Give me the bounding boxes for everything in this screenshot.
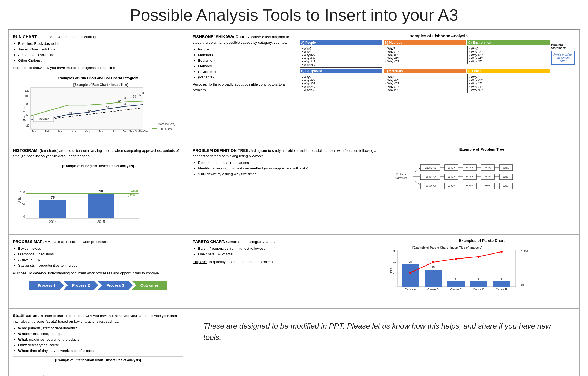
svg-text:[Example of Run Chart - Insert: [Example of Run Chart - Insert Title] bbox=[73, 83, 128, 87]
strat-bullet-0: Who: patients, staff or departments? bbox=[18, 326, 183, 331]
histogram-cell: HISTOGRAM: (bar charts) are useful for s… bbox=[8, 143, 188, 235]
svg-text:2015: 2015 bbox=[97, 220, 105, 224]
svg-text:50: 50 bbox=[22, 203, 25, 206]
svg-text:60: 60 bbox=[106, 105, 109, 108]
svg-text:Why?: Why? bbox=[466, 175, 473, 178]
svg-text:Apr: Apr bbox=[72, 130, 76, 133]
svg-text:Units: Units bbox=[390, 268, 393, 274]
proc-step-2: Process 2 bbox=[64, 281, 98, 290]
run-chart-example: Examples of Run Chart and Bar Chart/Hist… bbox=[13, 74, 183, 139]
svg-text:70: 70 bbox=[133, 95, 136, 98]
pt-bullet-0: Document potential root causes bbox=[198, 160, 379, 166]
run-purpose-label: Purpose: bbox=[13, 66, 27, 70]
svg-text:Problem: Problem bbox=[396, 173, 406, 176]
run-chart-svg: [Insert Unit] [Example of Run Chart - In… bbox=[20, 81, 176, 137]
svg-text:80: 80 bbox=[26, 102, 29, 106]
svg-rect-118 bbox=[470, 281, 487, 287]
fb-bullet-2: Equipment bbox=[198, 58, 295, 64]
svg-text:Target (Y%): Target (Y%) bbox=[158, 127, 173, 130]
pareto-svg: [Example of Pareto Chart - Insert Title … bbox=[388, 244, 528, 303]
page: Possible Analysis Tools to Insert into y… bbox=[0, 0, 588, 376]
pt-bullet-2: "Drill down" by asking why five times bbox=[198, 171, 379, 177]
svg-text:Why?: Why? bbox=[448, 185, 455, 187]
run-chart-cell: RUN CHART: Line chart over time, often i… bbox=[8, 30, 188, 143]
prob-tree-diagram-cell: Example of Problem Tree Problem Statemen… bbox=[384, 143, 580, 235]
svg-text:0%: 0% bbox=[521, 283, 525, 286]
fb-equip-items: • Why?• Why #2?• Why #3?• Why #4?• Why #… bbox=[300, 74, 382, 93]
svg-text:25: 25 bbox=[43, 374, 45, 376]
svg-text:Jun: Jun bbox=[99, 130, 103, 133]
svg-text:Statement: Statement bbox=[395, 176, 407, 179]
svg-text:5: 5 bbox=[501, 277, 502, 280]
fishbone-diagram: Examples of Fishbone Analysis A) People … bbox=[300, 34, 575, 94]
svg-text:Cause #3: Cause #3 bbox=[425, 185, 436, 187]
process-map-visual: Process 1 Process 2 Process 3 Outcomes bbox=[13, 281, 183, 290]
stratification-cell: Stratification: In order to learn more a… bbox=[8, 308, 188, 376]
svg-text:[Insert Unit]: [Insert Unit] bbox=[23, 105, 26, 120]
histogram-svg: Units 0 50 100 75 90 Goal bbox=[15, 168, 149, 227]
fishbone-desc: FISHBONE/ISHIKAWA Chart: A cause-effect … bbox=[193, 34, 295, 94]
pm-bullet-2: Arrows = flow bbox=[18, 257, 183, 263]
proc-outcomes: Outcomes bbox=[132, 281, 167, 290]
fb-bullet-1: Materials bbox=[198, 52, 295, 58]
run-chart-title: RUN CHART: bbox=[13, 34, 38, 39]
run-purpose-text: To show how you have impacted progress a… bbox=[27, 66, 116, 70]
histogram-title: HISTOGRAM: bbox=[13, 148, 39, 153]
svg-text:65: 65 bbox=[118, 100, 121, 103]
fb-other-title: F) Other bbox=[467, 69, 550, 73]
prob-tree-title: PROBLEM DEFINITION TREE: bbox=[193, 148, 250, 153]
prob-tree-diagram-title: Example of Problem Tree bbox=[388, 147, 575, 152]
svg-text:Cause A: Cause A bbox=[405, 288, 416, 291]
svg-text:Aug: Aug bbox=[122, 130, 127, 133]
prob-tree-desc: PROBLEM DEFINITION TREE: A diagram to st… bbox=[193, 147, 379, 177]
proc-step-1: Process 1 bbox=[29, 281, 64, 290]
histogram-chart-title: [Example of Histogram- Insert Title of a… bbox=[15, 164, 181, 168]
svg-text:120: 120 bbox=[25, 89, 29, 92]
svg-rect-120 bbox=[493, 281, 510, 287]
fb-people-items: • Why?• Why?• Why #2?• Why #3?• Why #4?•… bbox=[300, 46, 382, 68]
fishbone-title: FISHBONE/ISHIKAWA Chart: bbox=[193, 34, 247, 39]
strat-chart-title: [Example of Stratification Chart - Inser… bbox=[15, 358, 181, 362]
fb-mat-box: E) Materials • Why?• Why #2?• Why #3?• W… bbox=[384, 69, 466, 93]
svg-rect-7 bbox=[31, 88, 143, 129]
svg-text:Why?: Why? bbox=[484, 185, 491, 187]
run-bullet-3: Actual: Black solid line bbox=[18, 52, 183, 58]
fb-methods-items: • Why?• Why #2?• Why #3?• Why #4?• Why #… bbox=[384, 46, 466, 64]
svg-text:Jan: Jan bbox=[32, 130, 36, 133]
svg-text:Why?: Why? bbox=[448, 166, 455, 169]
svg-text:May: May bbox=[85, 130, 90, 133]
svg-text:Cause #2: Cause #2 bbox=[425, 175, 436, 178]
svg-text:Cause D: Cause D bbox=[473, 288, 485, 291]
svg-text:100%: 100% bbox=[521, 250, 528, 253]
main-grid: RUN CHART: Line chart over time, often i… bbox=[8, 29, 580, 376]
svg-text:80: 80 bbox=[138, 93, 142, 96]
svg-text:Jul: Jul bbox=[113, 130, 116, 133]
fb-other-box: F) Other • Why?• Why #2?• Why #3?• Why #… bbox=[467, 69, 550, 93]
pareto-chart-cell: Examples of Pareto Chart [Example of Par… bbox=[384, 234, 580, 308]
svg-text:Feb: Feb bbox=[45, 130, 50, 133]
svg-text:5: 5 bbox=[478, 277, 479, 280]
svg-text:10: 10 bbox=[393, 272, 396, 276]
svg-text:2014: 2014 bbox=[49, 220, 57, 224]
fb-bullet-0: People bbox=[198, 47, 295, 52]
svg-text:65: 65 bbox=[124, 97, 128, 100]
svg-text:50: 50 bbox=[26, 113, 29, 116]
pm-bullet-3: Starbursts = opportunities to improve bbox=[18, 263, 183, 268]
svg-text:Cause E: Cause E bbox=[496, 288, 507, 291]
fb-bullet-5: (Patients?) bbox=[198, 75, 295, 80]
svg-text:30: 30 bbox=[393, 250, 396, 253]
svg-text:Oct: Oct bbox=[135, 130, 139, 133]
histogram-desc: HISTOGRAM: (bar charts) are useful for s… bbox=[13, 147, 183, 159]
fb-methods-box: B) Methods • Why?• Why #2?• Why #3?• Why… bbox=[384, 40, 466, 68]
svg-text:Why?: Why? bbox=[466, 185, 473, 187]
strat-bullet-2: What: machines, equipment, products bbox=[18, 337, 183, 342]
bottom-note-cell: These are designed to be modified in PPT… bbox=[188, 308, 580, 376]
svg-rect-44 bbox=[39, 200, 66, 218]
pm-bullet-1: Diamonds = decisions bbox=[18, 252, 183, 257]
svg-point-124 bbox=[455, 258, 457, 260]
svg-text:[Example of Pareto Chart - Ins: [Example of Pareto Chart - Insert Title … bbox=[412, 246, 482, 249]
fb-env-box: C) Environment • Why?• Why #2?• Why #3?•… bbox=[467, 40, 550, 68]
svg-text:Cause B: Cause B bbox=[427, 288, 439, 291]
svg-text:100: 100 bbox=[25, 94, 29, 98]
fishbone-diagram-title: Examples of Fishbone Analysis bbox=[300, 34, 575, 38]
